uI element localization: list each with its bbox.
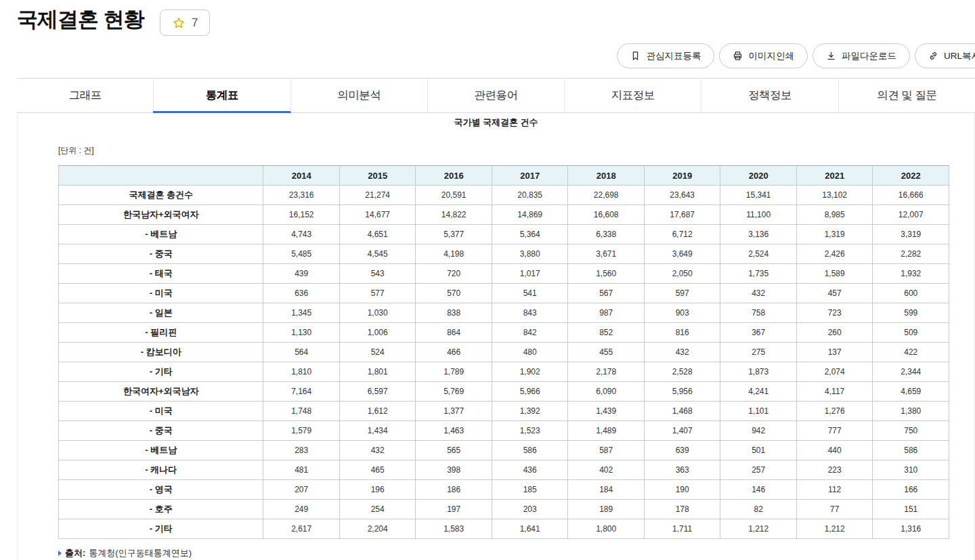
value-cell: 1,489 [568, 421, 645, 441]
file-download-button[interactable]: 파일다운로드 [812, 43, 910, 68]
value-cell: 1,276 [796, 402, 873, 421]
value-cell: 422 [873, 343, 949, 362]
tab-content: 국가별 국제결혼 건수 [단위 : 건] 2014201520162017201… [17, 113, 975, 560]
bookmark-icon [630, 51, 641, 61]
value-cell: 440 [796, 441, 873, 460]
value-cell: 398 [416, 460, 492, 480]
row-label: - 기타 [59, 519, 263, 539]
value-cell: 501 [720, 441, 797, 460]
value-cell: 23,316 [263, 186, 340, 205]
value-cell: 283 [263, 441, 340, 460]
year-column-header: 2017 [492, 166, 568, 186]
value-cell: 599 [873, 303, 949, 323]
value-cell: 2,074 [796, 362, 873, 382]
tab-graph[interactable]: 그래프 [17, 79, 153, 112]
value-cell: 197 [416, 500, 492, 519]
value-cell: 3,136 [720, 225, 797, 244]
value-cell: 77 [796, 500, 873, 519]
tab-bar: 그래프통계표의미분석관련용어지표정보정책정보의견 및 질문 [17, 78, 975, 113]
value-cell: 1,748 [263, 402, 340, 421]
value-cell: 1,468 [644, 402, 720, 421]
table-row: - 베트남283432565586587639501440586 [59, 441, 949, 460]
value-cell: 4,651 [339, 225, 416, 244]
value-cell: 186 [416, 480, 492, 500]
row-label: - 베트남 [59, 441, 263, 460]
value-cell: 1,030 [339, 303, 416, 323]
row-label: - 태국 [59, 264, 263, 284]
value-cell: 15,341 [720, 186, 797, 205]
table-row: - 일본1,3451,030838843987903758723599 [59, 303, 949, 323]
value-cell: 577 [339, 284, 416, 303]
copy-url-button-label: URL복사 [944, 50, 975, 62]
value-cell: 838 [416, 303, 492, 323]
value-cell: 639 [644, 441, 720, 460]
row-label: - 일본 [59, 303, 263, 323]
value-cell: 11,100 [720, 205, 797, 225]
print-image-button-label: 이미지인쇄 [748, 50, 794, 62]
value-cell: 509 [873, 323, 949, 343]
table-row: - 중국1,5791,4341,4631,5231,4891,407942777… [59, 421, 949, 441]
value-cell: 1,101 [720, 402, 797, 421]
row-label: - 캐나다 [59, 460, 263, 480]
value-cell: 3,671 [568, 244, 645, 264]
value-cell: 151 [873, 500, 949, 519]
value-cell: 6,090 [568, 382, 645, 402]
tab-statistics-table[interactable]: 통계표 [153, 79, 290, 112]
value-cell: 777 [796, 421, 873, 441]
row-label: 한국남자+외국여자 [59, 205, 263, 225]
value-cell: 1,589 [796, 264, 873, 284]
value-cell: 942 [720, 421, 797, 441]
value-cell: 4,659 [873, 382, 949, 402]
value-cell: 4,545 [339, 244, 416, 264]
row-label: - 중국 [59, 244, 263, 264]
value-cell: 22,698 [568, 186, 645, 205]
value-cell: 146 [720, 480, 797, 500]
table-row: - 태국4395437201,0171,5602,0501,7351,5891,… [59, 264, 949, 284]
value-cell: 1,873 [720, 362, 797, 382]
value-cell: 1,523 [492, 421, 568, 441]
table-row: - 필리핀1,1301,006864842852816367260509 [59, 323, 949, 343]
table-row: - 기타1,8101,8011,7891,9022,1782,5281,8732… [59, 362, 949, 382]
value-cell: 543 [339, 264, 416, 284]
value-cell: 4,743 [263, 225, 340, 244]
value-cell: 6,712 [644, 225, 720, 244]
tab-indicator-info[interactable]: 지표정보 [564, 79, 701, 112]
favorite-count: 7 [192, 16, 198, 30]
table-row: 한국여자+외국남자7,1646,5975,7695,9666,0905,9564… [59, 382, 949, 402]
value-cell: 457 [796, 284, 873, 303]
value-cell: 257 [720, 460, 797, 480]
value-cell: 466 [416, 343, 492, 362]
print-image-button[interactable]: 이미지인쇄 [719, 43, 808, 68]
table-row: - 캐나다481465398436402363257223310 [59, 460, 949, 480]
value-cell: 178 [644, 500, 720, 519]
value-cell: 864 [416, 323, 492, 343]
value-cell: 2,426 [796, 244, 873, 264]
value-cell: 1,801 [339, 362, 416, 382]
value-cell: 5,377 [416, 225, 492, 244]
value-cell: 5,956 [644, 382, 720, 402]
register-interest-indicator-button-label: 관심지표등록 [646, 50, 701, 62]
value-cell: 20,591 [416, 186, 492, 205]
tab-policy-info[interactable]: 정책정보 [701, 79, 838, 112]
row-label: 한국여자+외국남자 [59, 382, 263, 402]
value-cell: 6,597 [339, 382, 416, 402]
value-cell: 16,608 [568, 205, 645, 225]
value-cell: 1,377 [416, 402, 492, 421]
favorite-count-badge[interactable]: 7 [160, 9, 210, 36]
row-label: - 기타 [59, 362, 263, 382]
tab-meaning-analysis[interactable]: 의미분석 [290, 79, 427, 112]
value-cell: 1,345 [263, 303, 340, 323]
value-cell: 1,439 [568, 402, 645, 421]
value-cell: 565 [416, 441, 492, 460]
value-cell: 16,666 [873, 186, 949, 205]
copy-url-button[interactable]: URL복사 [915, 43, 975, 68]
statistics-table: 201420152016201720182019202020212022 국제결… [58, 165, 949, 539]
tab-opinions-questions[interactable]: 의견 및 질문 [838, 79, 975, 112]
value-cell: 402 [568, 460, 645, 480]
register-interest-indicator-button[interactable]: 관심지표등록 [617, 43, 714, 68]
value-cell: 8,985 [796, 205, 873, 225]
tab-related-terms[interactable]: 관련용어 [427, 79, 564, 112]
value-cell: 567 [568, 284, 645, 303]
value-cell: 903 [644, 303, 720, 323]
value-cell: 14,869 [492, 205, 568, 225]
